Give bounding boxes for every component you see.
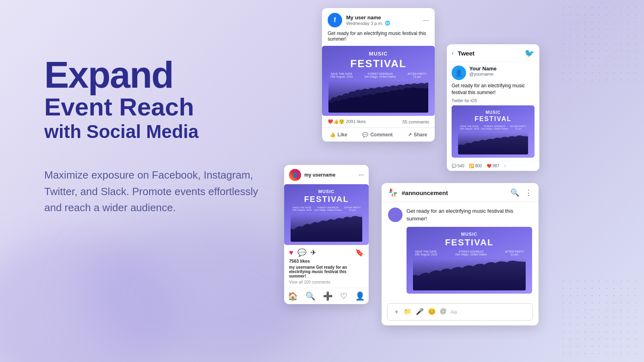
fb-globe-icon: 🌐	[385, 21, 390, 26]
ig-view-comments[interactable]: View all 100 comments	[284, 280, 369, 288]
slack-crowd-area	[413, 258, 526, 290]
ig-add-icon[interactable]: ➕	[323, 291, 333, 301]
fb-address-value: San Diago, United States	[364, 75, 396, 78]
slack-input-icons: ＋ 📁 🎤 😊 @	[393, 308, 446, 316]
slack-message-area: Get ready for an electrifying music fest…	[382, 202, 539, 299]
svg-rect-4	[392, 189, 393, 192]
svg-rect-2	[389, 191, 392, 193]
ig-festival-title: MUSIC	[291, 189, 362, 194]
slack-input-area[interactable]: ＋ 📁 🎤 😊 @ Aa	[387, 303, 533, 321]
dot-pattern-bottom	[559, 278, 640, 358]
ig-action-bar: ♥ 💬 ✈ 🔖	[284, 245, 369, 259]
slack-festival-details: SAVE THE DATE 15th August, 2023 STREET A…	[413, 250, 526, 256]
fb-reaction-group: ❤️👍😲 2091 likes	[328, 119, 366, 124]
slack-at-icon[interactable]: @	[440, 308, 446, 316]
tw-back-button[interactable]: ‹	[452, 49, 454, 57]
tw-share-icon[interactable]: ↑	[504, 164, 506, 168]
fb-party-value: 11 pm	[407, 75, 427, 78]
tw-logo-icon: 🐦	[524, 48, 535, 58]
fb-comments-count: 55 comments	[402, 119, 429, 124]
dot-pattern-top	[559, 4, 640, 84]
slack-header-icons: 🔍 ⋮	[510, 188, 532, 197]
slack-more-icon[interactable]: ⋮	[525, 188, 532, 197]
fb-comment-button[interactable]: 💬 Comment	[357, 130, 397, 140]
ig-heart-button[interactable]: ♥	[289, 249, 293, 257]
fb-time-text: Wednesday 3 p.m.	[346, 21, 383, 26]
facebook-card: f My user name Wednesday 3 p.m. 🌐 ··· Ge…	[322, 8, 435, 142]
ig-crowd-area	[291, 214, 362, 242]
ig-profile-icon[interactable]: 👤	[355, 291, 365, 301]
fb-more-icon[interactable]: ···	[423, 16, 429, 25]
tw-user-info: Your Name @yourname	[469, 66, 535, 76]
ig-caption-username: my username	[289, 265, 315, 269]
slack-message: Get ready for an electrifying music fest…	[388, 208, 532, 294]
ig-festival-banner: MUSIC FESTIVAL SAVE THE DATE 15th August…	[284, 184, 369, 245]
fb-like-label: Like	[338, 132, 347, 138]
tw-festival-title: MUSIC	[458, 110, 528, 115]
svg-rect-1	[394, 193, 396, 197]
subtext: Maximize exposure on Facebook, Instagram…	[44, 167, 278, 216]
tw-post-text: Get ready for an electrifying music fest…	[447, 82, 539, 99]
ig-festival-subtitle: FESTIVAL	[291, 195, 362, 204]
twitter-card: ‹ Tweet 🐦 👤 Your Name @yourname Get read…	[447, 44, 539, 171]
fb-crowd-area	[328, 80, 428, 113]
svg-rect-0	[390, 189, 392, 192]
ig-search-icon[interactable]: 🔍	[305, 291, 316, 301]
ig-navigation: 🏠 🔍 ➕ ♡ 👤	[284, 288, 369, 304]
tw-header-title: Tweet	[458, 50, 522, 57]
fb-share-button[interactable]: ↗ Share	[403, 130, 432, 140]
fb-reaction-icons: ❤️👍😲	[328, 119, 346, 124]
ig-caption: my username Get ready for an electrifyin…	[284, 265, 369, 280]
fb-comment-label: Comment	[370, 132, 392, 138]
slack-card: #announcement 🔍 ⋮ Get ready for an elect…	[382, 183, 539, 325]
fb-festival-title: MUSIC	[328, 51, 428, 57]
slack-folder-icon[interactable]: 📁	[404, 308, 412, 316]
slack-festival-title: MUSIC	[413, 232, 526, 237]
slack-mic-icon[interactable]: 🎤	[416, 308, 424, 316]
headline-expand: Expand	[44, 56, 278, 93]
slack-plus-icon[interactable]: ＋	[393, 308, 400, 316]
fb-like-button[interactable]: 👍 Like	[325, 130, 352, 140]
tw-festival-details: SAVE THE DATE 15th August, 2023 STREET A…	[458, 125, 528, 130]
svg-rect-5	[392, 193, 393, 197]
ig-more-icon[interactable]: ···	[359, 171, 364, 179]
instagram-card: 👤 my username ··· MUSIC FESTIVAL SAVE TH…	[284, 165, 369, 304]
tw-meta: Twitter for iOS	[447, 99, 539, 105]
slack-header: #announcement 🔍 ⋮	[382, 183, 539, 202]
left-content: Expand Event Reach with Social Media Max…	[44, 56, 278, 216]
fb-address: STREET ADDRESS San Diago, United States	[364, 72, 396, 78]
slack-channel-name: #announcement	[402, 189, 506, 196]
fb-save-date: SAVE THE DATE 15th August, 2023	[330, 72, 353, 78]
fb-party: AFTER PARTY 11 pm	[407, 72, 427, 78]
tw-reply-count: 💬 540	[452, 164, 464, 168]
tw-name: Your Name	[469, 66, 535, 72]
fb-festival-subtitle: FESTIVAL	[328, 58, 428, 70]
slack-search-icon[interactable]: 🔍	[510, 188, 519, 197]
tw-save-date: SAVE THE DATE 15th August, 2023	[460, 125, 479, 130]
fb-header: f My user name Wednesday 3 p.m. 🌐 ···	[322, 8, 435, 31]
ig-heart-nav-icon[interactable]: ♡	[340, 291, 347, 301]
ig-save-button[interactable]: 🔖	[355, 248, 364, 257]
fb-share-label: Share	[414, 132, 427, 138]
ig-send-button[interactable]: ✈	[310, 248, 316, 257]
fb-username: My user name	[346, 14, 419, 21]
slack-msg-text: Get ready for an electrifying music fest…	[407, 208, 532, 223]
fb-save-date-value: 15th August, 2023	[330, 75, 353, 78]
ig-comment-button[interactable]: 💬	[297, 248, 306, 257]
slack-festival-banner: MUSIC FESTIVAL SAVE THE DATE 15th August…	[407, 227, 532, 294]
ig-avatar: 👤	[289, 169, 301, 181]
tw-party: AFTER PARTY 11 pm	[510, 125, 526, 130]
tw-retweet-count: 🔁 800	[469, 164, 481, 168]
ig-avatar-icon: 👤	[292, 172, 298, 178]
ig-home-icon[interactable]: 🏠	[288, 291, 298, 301]
slack-emoji-icon[interactable]: 😊	[428, 308, 436, 316]
svg-rect-3	[394, 192, 397, 194]
fb-post-text: Get ready for an electrifying music fest…	[322, 31, 435, 46]
fb-share-icon: ↗	[408, 132, 412, 138]
tw-handle: @yourname	[469, 72, 535, 76]
ig-festival-details: SAVE THE DATE 15th August, 2023 STREET A…	[291, 206, 362, 211]
slack-input-placeholder: Aa	[450, 309, 527, 315]
fb-like-icon: 👍	[330, 132, 336, 138]
fb-festival-banner: MUSIC FESTIVAL SAVE THE DATE 15th August…	[322, 46, 435, 116]
tw-profile: 👤 Your Name @yourname	[447, 62, 539, 82]
